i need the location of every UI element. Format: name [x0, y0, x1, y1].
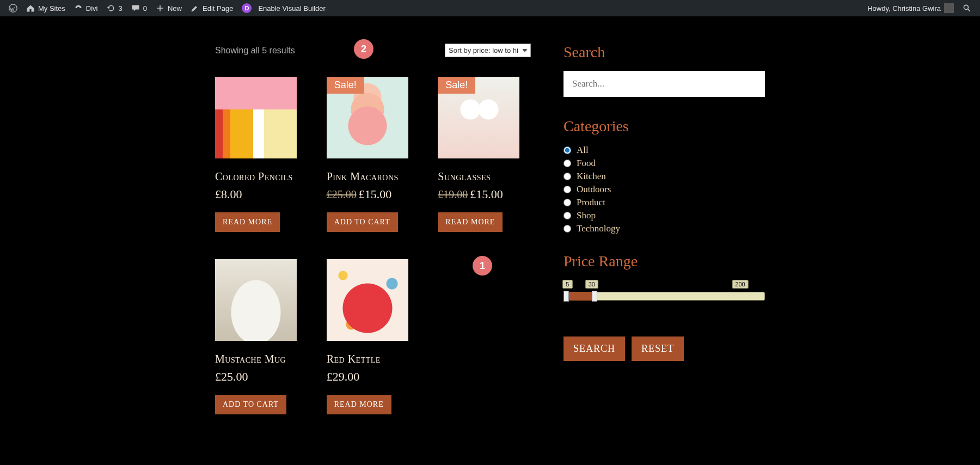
category-label: Outdoors [577, 184, 611, 195]
comments-link[interactable]: 0 [127, 0, 151, 16]
my-sites-label: My Sites [38, 4, 65, 13]
annotation-pin-2: 2 [354, 39, 373, 59]
slider-handle-low[interactable] [564, 291, 569, 302]
product-price-old: £25.00 [327, 188, 357, 200]
howdy-label: Howdy, Christina Gwira [867, 4, 941, 13]
add-to-cart-button[interactable]: ADD TO CART [215, 395, 286, 414]
product-image[interactable] [215, 259, 297, 341]
product-image[interactable] [215, 77, 297, 158]
visual-builder-label: Enable Visual Builder [258, 4, 325, 13]
avatar [944, 3, 954, 13]
shop-main: Showing all 5 results Sort by price: low… [215, 44, 531, 414]
category-item[interactable]: Food [564, 158, 765, 169]
category-label: All [577, 145, 589, 156]
edit-page-label: Edit Page [203, 4, 233, 13]
sale-badge: Sale! [327, 77, 364, 94]
annotation-pin-1: 1 [473, 256, 492, 276]
read-more-button[interactable]: READ MORE [327, 395, 391, 414]
search-input[interactable] [564, 71, 765, 97]
wp-logo[interactable] [4, 0, 22, 16]
howdy-link[interactable]: Howdy, Christina Gwira [863, 0, 958, 16]
visual-builder-link[interactable]: D Enable Visual Builder [237, 0, 329, 16]
price-tick-high: 200 [732, 280, 748, 289]
product-price-current: £15.00 [470, 187, 503, 201]
product-price: £25.00£15.00 [327, 187, 420, 201]
updates-link[interactable]: 3 [102, 0, 127, 16]
read-more-button[interactable]: READ MORE [215, 212, 280, 232]
categories-heading: Categories [564, 118, 765, 135]
product-card[interactable]: Sale!Sunglasses£19.00£15.00READ MORE [438, 77, 531, 232]
product-price-current: £15.00 [359, 187, 392, 201]
svg-point-1 [964, 5, 968, 9]
price-range-slider[interactable]: 5 30 200 [564, 280, 765, 307]
results-count: Showing all 5 results [215, 46, 295, 56]
category-item[interactable]: All [564, 145, 765, 156]
sidebar: Search Categories AllFoodKitchenOutdoors… [564, 44, 765, 361]
category-item[interactable]: Technology [564, 223, 765, 234]
search-icon [963, 4, 971, 13]
edit-page-link[interactable]: Edit Page [186, 0, 237, 16]
new-link[interactable]: New [151, 0, 186, 16]
price-tick-mid: 30 [585, 280, 598, 289]
wordpress-icon [9, 4, 17, 13]
price-tick-low: 5 [562, 280, 572, 289]
site-link[interactable]: Divi [70, 0, 102, 16]
search-toggle[interactable] [958, 0, 976, 16]
search-button[interactable]: SEARCH [564, 336, 625, 361]
sale-badge: Sale! [438, 77, 475, 94]
my-sites-link[interactable]: My Sites [22, 0, 70, 16]
site-label: Divi [86, 4, 98, 13]
refresh-icon [107, 4, 115, 13]
product-price-current: £8.00 [215, 187, 242, 201]
category-item[interactable]: Product [564, 197, 765, 208]
product-price: £29.00 [327, 370, 420, 384]
price-range-heading: Price Range [564, 253, 765, 270]
product-title: Sunglasses [438, 170, 531, 183]
gauge-icon [74, 4, 83, 13]
product-title: Colored Pencils [215, 170, 308, 183]
category-label: Technology [577, 223, 620, 234]
product-card[interactable]: Sale!Pink Macarons£25.00£15.00ADD TO CAR… [327, 77, 420, 232]
category-item[interactable]: Kitchen [564, 171, 765, 182]
read-more-button[interactable]: READ MORE [438, 212, 503, 232]
category-radio[interactable] [564, 186, 571, 193]
slider-handle-high[interactable] [592, 291, 597, 302]
product-card[interactable]: Mustache Mug£25.00ADD TO CART [215, 259, 308, 414]
add-to-cart-button[interactable]: ADD TO CART [327, 212, 398, 232]
product-price-current: £25.00 [215, 370, 248, 383]
category-radio[interactable] [564, 225, 571, 233]
category-radio[interactable] [564, 199, 571, 206]
product-title: Mustache Mug [215, 353, 308, 365]
category-item[interactable]: Outdoors [564, 184, 765, 195]
category-radio[interactable] [564, 212, 571, 219]
category-label: Kitchen [577, 171, 606, 182]
product-title: Red Kettle [327, 353, 420, 365]
comments-count: 0 [143, 4, 147, 13]
product-title: Pink Macarons [327, 170, 420, 183]
product-price: £19.00£15.00 [438, 187, 531, 201]
product-price: £25.00 [215, 370, 308, 384]
category-label: Food [577, 158, 596, 169]
house-icon [26, 4, 35, 13]
product-price-current: £29.00 [327, 370, 360, 383]
product-image[interactable] [327, 259, 408, 341]
comment-icon [131, 4, 140, 13]
product-card[interactable]: Colored Pencils£8.00READ MORE [215, 77, 308, 232]
category-radio[interactable] [564, 173, 571, 180]
search-heading: Search [564, 44, 765, 61]
divi-icon: D [242, 3, 252, 13]
category-item[interactable]: Shop [564, 210, 765, 221]
reset-button[interactable]: RESET [632, 336, 684, 361]
category-radio[interactable] [564, 146, 571, 154]
new-label: New [168, 4, 182, 13]
product-price-old: £19.00 [438, 188, 468, 200]
pencil-icon [191, 4, 199, 13]
product-card[interactable]: Red Kettle£29.00READ MORE [327, 259, 420, 414]
product-price: £8.00 [215, 187, 308, 201]
wp-admin-bar: My Sites Divi 3 0 New Edit Page D Enable… [0, 0, 980, 16]
updates-count: 3 [119, 4, 122, 13]
category-radio[interactable] [564, 160, 571, 167]
category-label: Product [577, 197, 605, 208]
sort-select[interactable]: Sort by price: low to high [445, 44, 531, 57]
plus-icon [156, 4, 164, 13]
